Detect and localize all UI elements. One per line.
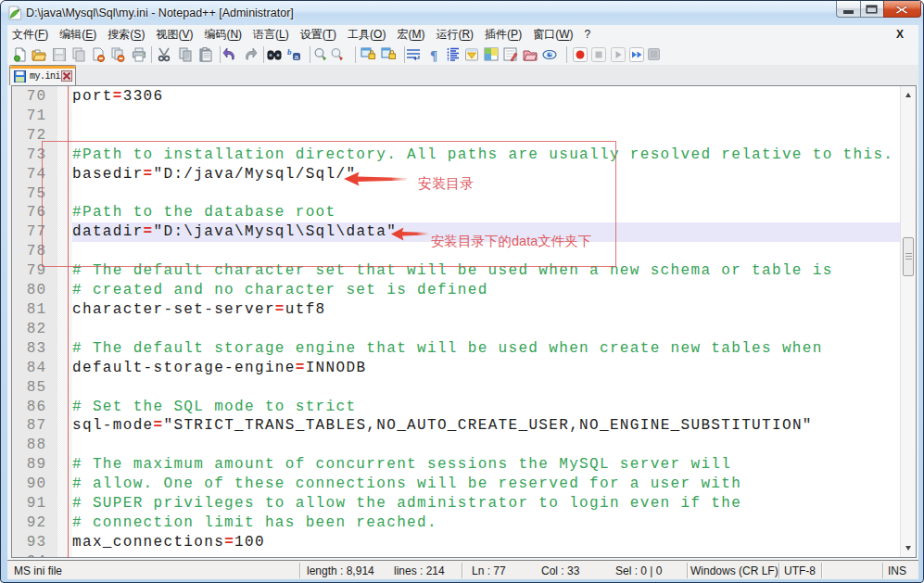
svg-text:b: b	[287, 47, 292, 57]
svg-text:a: a	[295, 53, 299, 61]
svg-text:¶: ¶	[430, 48, 437, 63]
